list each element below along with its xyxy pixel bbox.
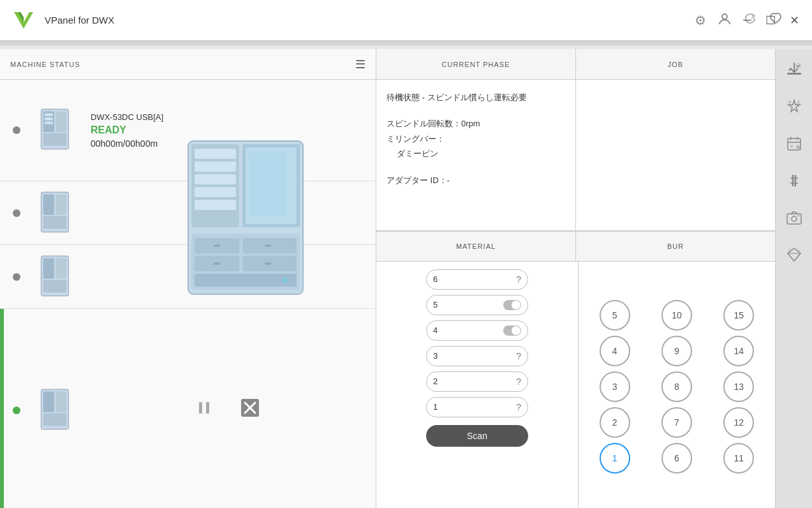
camera-icon[interactable] <box>781 205 807 230</box>
bur-2[interactable]: 2 <box>600 407 630 438</box>
material-slot-4[interactable]: 4 <box>426 320 528 341</box>
svg-rect-19 <box>43 391 54 412</box>
maximize-button[interactable]: ☐ <box>763 11 778 30</box>
svg-rect-16 <box>55 258 66 278</box>
right-headers-top: CURRENT PHASE JOB <box>376 49 775 80</box>
svg-rect-13 <box>43 216 67 228</box>
bur-14[interactable]: 14 <box>723 336 754 366</box>
machine-dot-3 <box>4 273 29 281</box>
app-title: VPanel for DWX <box>45 15 695 26</box>
bur-5[interactable]: 5 <box>600 300 630 331</box>
bur-15[interactable]: 15 <box>723 300 754 331</box>
svg-rect-17 <box>43 280 67 292</box>
pause-button[interactable] <box>195 399 213 421</box>
bur-9[interactable]: 9 <box>661 336 692 366</box>
slot-num-2: 2 <box>433 377 438 386</box>
svg-point-50 <box>797 101 800 103</box>
slot-toggle-4[interactable] <box>503 325 521 336</box>
right-headers-bottom: MATERIAL BUR <box>376 231 775 262</box>
bur-header: BUR <box>576 232 775 261</box>
svg-rect-48 <box>787 73 801 75</box>
svg-rect-21 <box>43 414 67 426</box>
svg-rect-22 <box>199 402 202 414</box>
machine-panel-header: MACHINE STATUS ☰ <box>0 49 376 80</box>
bur-11[interactable]: 11 <box>723 443 754 474</box>
machine-info-1: DWX-53DC USB[A] READY 00h00m/00h00m <box>80 105 376 156</box>
material-slot-5[interactable]: 5 <box>426 295 528 315</box>
cancel-button[interactable] <box>239 396 262 424</box>
bur-1[interactable]: 1 <box>600 443 630 474</box>
svg-point-2 <box>722 14 727 19</box>
svg-rect-15 <box>43 258 54 278</box>
sidebar-right <box>775 49 812 508</box>
svg-rect-6 <box>43 133 67 146</box>
svg-rect-12 <box>55 194 66 214</box>
bur-12[interactable]: 12 <box>723 407 754 438</box>
job-panel <box>576 80 775 230</box>
bur-6[interactable]: 6 <box>661 443 692 474</box>
sparkle-icon[interactable] <box>781 94 807 119</box>
right-content-top: 待機状態 - スピンドル慣らし運転必要 スピンドル回転数：0rpm ミリングバー… <box>376 80 775 231</box>
machine-panel: MACHINE STATUS ☰ <box>0 49 376 508</box>
bur-10[interactable]: 10 <box>661 300 692 331</box>
current-phase-header: CURRENT PHASE <box>376 49 576 79</box>
bur-8[interactable]: 8 <box>661 371 692 402</box>
machine-item-3[interactable] <box>0 245 376 309</box>
machine-time-1: 00h00m/00h00m <box>91 138 365 149</box>
machine-thumb-2 <box>29 188 80 239</box>
diamond-icon[interactable] <box>781 242 807 267</box>
slot-question-3: ? <box>516 351 521 361</box>
bur-7[interactable]: 7 <box>661 407 692 438</box>
slot-toggle-knob-5 <box>512 301 520 310</box>
machine-item-2[interactable] <box>0 181 376 245</box>
machine-name-1: DWX-53DC USB[A] <box>91 112 365 122</box>
machine-dot-4 <box>4 407 29 414</box>
machine-status-1: READY <box>91 124 365 136</box>
svg-rect-23 <box>206 402 209 414</box>
slot-num-4: 4 <box>433 325 438 335</box>
close-button[interactable]: ✕ <box>787 11 802 30</box>
current-phase-panel: 待機状態 - スピンドル慣らし運転必要 スピンドル回転数：0rpm ミリングバー… <box>376 80 576 230</box>
machine-item-4[interactable] <box>0 309 376 508</box>
machine-thumb-1 <box>29 105 80 156</box>
bur-3[interactable]: 3 <box>600 371 630 402</box>
svg-rect-9 <box>45 122 53 124</box>
status-dot-3 <box>13 273 20 281</box>
slot-toggle-5[interactable] <box>503 300 521 310</box>
bur-13[interactable]: 13 <box>723 371 754 402</box>
machine-thumb-4 <box>29 385 80 436</box>
machine-thumb-3 <box>29 251 80 303</box>
material-slot-6[interactable]: 6 ? <box>426 269 528 290</box>
machine-item-1[interactable]: DWX-53DC USB[A] READY 00h00m/00h00m <box>0 80 376 181</box>
settings-icon[interactable]: ⚙ <box>695 13 706 28</box>
bur-grid: 5 10 15 4 9 14 3 8 13 2 7 12 1 <box>586 300 767 474</box>
svg-rect-11 <box>43 194 54 214</box>
svg-point-51 <box>788 101 790 103</box>
tools-icon[interactable] <box>781 168 807 193</box>
material-slot-2[interactable]: 2 ? <box>426 371 528 392</box>
svg-rect-20 <box>55 391 66 412</box>
download-icon[interactable] <box>781 57 807 82</box>
phase-line-1: 待機状態 - スピンドル慣らし運転必要 <box>387 90 565 105</box>
slot-num-5: 5 <box>433 300 438 310</box>
slot-num-1: 1 <box>433 402 438 412</box>
window-controls: ─ ☐ ✕ <box>741 11 802 30</box>
menu-icon[interactable]: ☰ <box>355 57 365 71</box>
bur-4[interactable]: 4 <box>600 336 630 366</box>
schedule-icon[interactable] <box>781 131 807 156</box>
phase-line-2: スピンドル回転数：0rpm <box>387 116 565 131</box>
user-icon[interactable] <box>718 11 732 29</box>
svg-rect-8 <box>45 117 53 120</box>
slot-question-1: ? <box>516 402 521 412</box>
bur-col: 5 10 15 4 9 14 3 8 13 2 7 12 1 <box>579 262 775 509</box>
app-logo <box>10 7 37 34</box>
minimize-button[interactable]: ─ <box>741 11 754 29</box>
material-slot-1[interactable]: 1 ? <box>426 397 528 417</box>
material-col: 6 ? 5 4 3 <box>376 262 579 509</box>
material-slot-3[interactable]: 3 ? <box>426 346 528 366</box>
right-panel: CURRENT PHASE JOB 待機状態 - スピンドル慣らし運転必要 スピ… <box>376 49 775 508</box>
phase-line-5: アダプター ID：- <box>387 173 565 188</box>
machine-dot-2 <box>4 209 29 217</box>
top-separator <box>0 41 812 45</box>
scan-button[interactable]: Scan <box>426 425 528 447</box>
